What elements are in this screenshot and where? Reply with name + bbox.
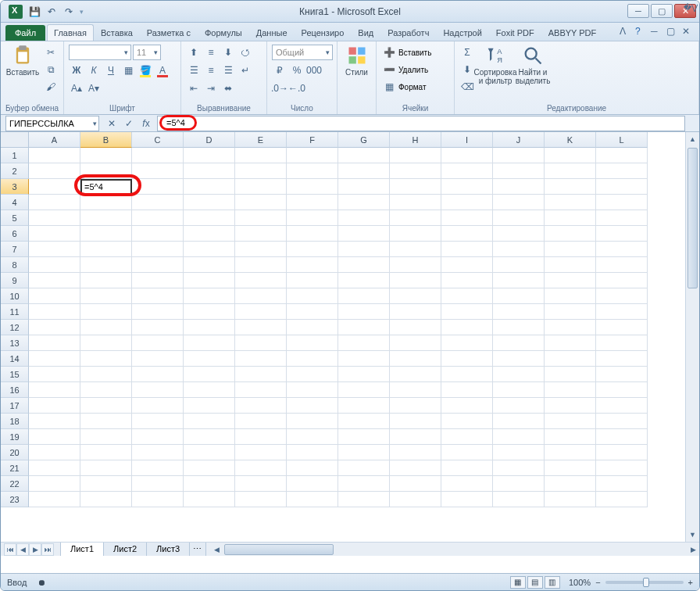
row-header[interactable]: 3 xyxy=(1,179,29,195)
insert-cells-button[interactable]: Вставить xyxy=(398,48,431,57)
cell[interactable] xyxy=(441,445,493,460)
cell[interactable] xyxy=(441,179,493,195)
row-header[interactable]: 6 xyxy=(1,226,29,242)
cell[interactable] xyxy=(596,163,648,179)
cell[interactable] xyxy=(184,445,235,460)
cell[interactable] xyxy=(441,226,493,242)
comma-format-button[interactable]: 000 xyxy=(306,63,322,78)
cell[interactable] xyxy=(390,195,441,210)
cell[interactable] xyxy=(441,398,493,414)
name-box-dropdown-icon[interactable]: ▾ xyxy=(93,120,97,127)
cell[interactable] xyxy=(390,320,441,335)
cell[interactable] xyxy=(287,179,338,195)
cut-button[interactable]: ✂ xyxy=(43,45,59,60)
cell[interactable] xyxy=(80,367,132,382)
cell[interactable] xyxy=(287,367,338,382)
cells-area[interactable]: =5^4 xyxy=(29,148,685,542)
column-header[interactable]: L xyxy=(596,132,648,148)
delete-cells-button[interactable]: Удалить xyxy=(398,66,428,74)
cell[interactable] xyxy=(493,148,545,163)
autosum-button[interactable]: Σ xyxy=(459,45,475,60)
cell[interactable] xyxy=(29,226,80,242)
cell[interactable] xyxy=(80,429,132,445)
cell[interactable] xyxy=(29,148,80,163)
align-bottom-button[interactable]: ⬇ xyxy=(220,45,236,60)
cell[interactable] xyxy=(235,367,287,382)
cell[interactable] xyxy=(545,210,596,226)
zoom-slider-thumb[interactable] xyxy=(643,578,649,587)
cell[interactable] xyxy=(545,492,596,507)
tab-insert[interactable]: Вставка xyxy=(94,24,140,41)
doc-close-icon[interactable]: ✕ xyxy=(682,26,693,37)
cell[interactable] xyxy=(235,148,287,163)
cell[interactable] xyxy=(390,414,441,429)
row-header[interactable]: 10 xyxy=(1,288,29,304)
column-header[interactable]: K xyxy=(545,132,596,148)
maximize-button[interactable]: ▢ xyxy=(651,4,673,18)
cell[interactable] xyxy=(493,492,545,507)
cell[interactable] xyxy=(184,335,235,351)
cell[interactable] xyxy=(390,148,441,163)
row-header[interactable]: 20 xyxy=(1,445,29,460)
cell[interactable] xyxy=(235,398,287,414)
cell[interactable] xyxy=(184,320,235,335)
cell[interactable] xyxy=(235,476,287,492)
tab-home[interactable]: Главная xyxy=(47,24,94,41)
cell[interactable] xyxy=(132,210,184,226)
cell[interactable] xyxy=(184,414,235,429)
cell[interactable] xyxy=(390,398,441,414)
row-header[interactable]: 4 xyxy=(1,195,29,210)
cell[interactable] xyxy=(596,273,648,288)
cell[interactable] xyxy=(29,382,80,398)
decrease-decimal-button[interactable]: ←.0 xyxy=(289,81,305,96)
cell[interactable] xyxy=(338,445,390,460)
cell[interactable] xyxy=(80,257,132,273)
cell[interactable] xyxy=(287,429,338,445)
cell[interactable] xyxy=(390,242,441,257)
select-all-button[interactable] xyxy=(1,132,29,148)
align-center-button[interactable]: ≡ xyxy=(203,63,219,78)
cell[interactable] xyxy=(493,288,545,304)
cell[interactable] xyxy=(80,288,132,304)
cell[interactable] xyxy=(80,210,132,226)
cell[interactable] xyxy=(441,148,493,163)
cell[interactable] xyxy=(493,257,545,273)
cell[interactable] xyxy=(441,257,493,273)
cell[interactable] xyxy=(287,163,338,179)
cell[interactable] xyxy=(132,273,184,288)
cell[interactable] xyxy=(29,320,80,335)
cell[interactable] xyxy=(390,226,441,242)
qat-customize-icon[interactable]: ▾ xyxy=(79,5,84,19)
cell[interactable] xyxy=(596,414,648,429)
cell[interactable] xyxy=(596,320,648,335)
cell[interactable] xyxy=(493,195,545,210)
cell[interactable] xyxy=(596,460,648,476)
cell[interactable] xyxy=(235,179,287,195)
font-color-button[interactable]: A xyxy=(155,63,170,78)
cell[interactable] xyxy=(184,367,235,382)
cell[interactable] xyxy=(441,210,493,226)
help-icon[interactable]: ? xyxy=(635,26,646,37)
cell[interactable] xyxy=(338,288,390,304)
cell[interactable] xyxy=(184,257,235,273)
cell[interactable] xyxy=(493,367,545,382)
cell[interactable] xyxy=(390,163,441,179)
doc-restore-icon[interactable]: ▢ xyxy=(666,26,677,37)
cell[interactable] xyxy=(441,273,493,288)
row-header[interactable]: 19 xyxy=(1,429,29,445)
zoom-in-button[interactable]: + xyxy=(688,578,693,587)
cell[interactable] xyxy=(80,320,132,335)
cell[interactable] xyxy=(80,476,132,492)
cell[interactable] xyxy=(29,335,80,351)
bold-button[interactable]: Ж xyxy=(69,63,84,78)
cell[interactable] xyxy=(596,179,648,195)
row-header[interactable]: 11 xyxy=(1,304,29,320)
cell[interactable] xyxy=(545,476,596,492)
cell[interactable] xyxy=(287,273,338,288)
cell[interactable] xyxy=(338,195,390,210)
cell[interactable] xyxy=(338,304,390,320)
row-header[interactable]: 1 xyxy=(1,148,29,163)
cell[interactable] xyxy=(132,195,184,210)
cell[interactable] xyxy=(596,226,648,242)
cell[interactable] xyxy=(184,163,235,179)
